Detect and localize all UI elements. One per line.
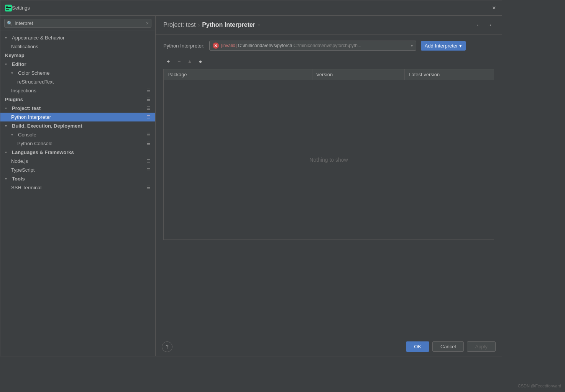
sidebar-item-editor[interactable]: ▾ Editor (0, 60, 155, 69)
nav-arrows: ← → (474, 20, 494, 30)
right-panel: Project: test › Python Interpreter ≡ ← →… (156, 16, 502, 356)
interpreter-row: Python Interpreter: [invalid] C:\minicon… (163, 41, 494, 51)
close-button[interactable]: × (491, 5, 497, 11)
settings-icon: ☰ (147, 97, 151, 102)
column-latest-version: Latest version (405, 69, 494, 80)
sidebar-item-typescript[interactable]: TypeScript ☰ (0, 166, 155, 174)
expand-icon: ▾ (5, 62, 10, 66)
sidebar-item-restructuredtext[interactable]: reStructuredText (0, 77, 155, 86)
sidebar-item-label: reStructuredText (17, 79, 54, 85)
sidebar-item-label: Inspections (11, 88, 36, 93)
sidebar-item-label: Tools (12, 176, 25, 182)
search-icon: 🔍 (7, 21, 13, 26)
sidebar-item-label: Appearance & Behavior (12, 35, 64, 41)
sidebar-item-label: Project: test (12, 105, 41, 111)
settings-icon: ☰ (147, 159, 151, 164)
remove-package-button[interactable]: − (174, 57, 184, 66)
sidebar-item-color-scheme[interactable]: ▾ Color Scheme (0, 69, 155, 77)
expand-icon: ▾ (5, 150, 10, 154)
sidebar-item-label: Editor (12, 61, 26, 67)
column-version: Version (312, 69, 404, 80)
sidebar-item-label: Python Interpreter (11, 114, 51, 120)
settings-dialog: Settings × 🔍 × ▾ Appearance & Behavi (0, 0, 502, 356)
add-interpreter-button[interactable]: Add Interpreter ▾ (421, 41, 466, 51)
sidebar-item-python-interpreter[interactable]: Python Interpreter ☰ (0, 113, 155, 121)
sidebar-item-inspections[interactable]: Inspections ☰ (0, 86, 155, 95)
title-bar: Settings × (0, 0, 502, 16)
search-input[interactable] (15, 20, 146, 26)
svg-rect-3 (6, 9, 9, 10)
bottom-left: ? (162, 341, 403, 352)
interpreter-dropdown[interactable]: [invalid] C:\miniconda\envs\pytorch C:\m… (209, 41, 416, 51)
forward-arrow-button[interactable]: → (485, 20, 494, 30)
sidebar-item-tools[interactable]: ▾ Tools (0, 174, 155, 183)
interpreter-text: [invalid] C:\miniconda\envs\pytorch C:\m… (221, 43, 409, 48)
sidebar-item-ssh-terminal[interactable]: SSH Terminal ☰ (0, 183, 155, 192)
sidebar-item-label: Console (18, 132, 36, 138)
main-content: 🔍 × ▾ Appearance & Behavior Not (0, 16, 502, 356)
sidebar-item-console[interactable]: ▾ Console ☰ (0, 130, 155, 139)
table-body: Nothing to show (164, 80, 494, 240)
panel-body: Python Interpreter: [invalid] C:\minicon… (156, 34, 502, 337)
search-wrapper: 🔍 × (4, 19, 151, 28)
expand-icon: ▾ (5, 124, 10, 128)
help-button[interactable]: ? (162, 341, 172, 352)
sidebar-item-label: TypeScript (11, 167, 34, 173)
package-table: Package Version Latest version Nothing t… (163, 69, 494, 240)
interpreter-invalid-label: [invalid] (221, 43, 237, 48)
expand-icon: ▾ (5, 36, 10, 40)
back-arrow-button[interactable]: ← (474, 20, 483, 30)
sidebar-item-plugins[interactable]: Plugins ☰ (0, 95, 155, 104)
interpreter-path-short: C:\miniconda\envs\pytorch (238, 43, 292, 48)
breadcrumb-current: Python Interpreter (202, 21, 255, 28)
settings-icon: ☰ (147, 115, 151, 120)
sidebar-item-label: Languages & Frameworks (12, 149, 74, 155)
search-bar: 🔍 × (0, 16, 155, 31)
settings-icon: ☰ (147, 106, 151, 111)
sidebar-item-languages[interactable]: ▾ Languages & Frameworks (0, 148, 155, 157)
settings-icon: ☰ (147, 88, 151, 93)
settings-icon: ☰ (147, 141, 151, 146)
sidebar-item-keymap[interactable]: Keymap (0, 51, 155, 60)
sidebar-item-label: Python Console (17, 141, 53, 146)
ok-button[interactable]: OK (406, 341, 429, 352)
panel-header: Project: test › Python Interpreter ≡ ← → (156, 16, 502, 34)
column-package: Package (164, 69, 312, 80)
interpreter-invalid-icon (213, 43, 219, 49)
breadcrumb-separator: › (198, 22, 200, 28)
window-title: Settings (12, 5, 491, 11)
sidebar-item-label: Node.js (11, 158, 28, 164)
pycharm-logo-icon (5, 5, 12, 11)
sidebar-item-label: Color Scheme (18, 70, 49, 76)
svg-rect-1 (6, 6, 8, 7)
sidebar-item-label: SSH Terminal (11, 185, 41, 190)
cancel-button[interactable]: Cancel (432, 341, 464, 352)
add-interpreter-label: Add Interpreter (425, 43, 458, 49)
expand-icon: ▾ (5, 106, 10, 110)
watermark: CSDN @Feeedforward (518, 384, 561, 388)
interpreter-path-full: C:\miniconda\envs\pytorch\pyth... (293, 43, 361, 48)
sidebar-item-label: Plugins (5, 97, 23, 102)
expand-icon: ▾ (5, 177, 10, 181)
up-package-button[interactable]: ▲ (185, 57, 195, 66)
add-package-button[interactable]: + (163, 57, 173, 66)
sidebar-item-notifications[interactable]: Notifications (0, 42, 155, 51)
sidebar-item-label: Keymap (5, 52, 25, 58)
apply-button[interactable]: Apply (467, 341, 496, 352)
panel-settings-icon[interactable]: ≡ (258, 22, 260, 28)
sidebar: 🔍 × ▾ Appearance & Behavior Not (0, 16, 156, 356)
sidebar-item-nodejs[interactable]: Node.js ☰ (0, 157, 155, 166)
settings-icon: ☰ (147, 132, 151, 137)
sidebar-item-python-console[interactable]: Python Console ☰ (0, 139, 155, 148)
settings-icon: ☰ (147, 167, 151, 172)
sidebar-item-appearance[interactable]: ▾ Appearance & Behavior (0, 33, 155, 42)
svg-rect-2 (6, 7, 11, 8)
interpreter-label: Python Interpreter: (163, 43, 205, 49)
search-clear-button[interactable]: × (146, 21, 149, 26)
breadcrumb: Project: test › Python Interpreter ≡ (163, 21, 260, 28)
bottom-bar: ? OK Cancel Apply (156, 337, 502, 356)
sidebar-item-build-exec[interactable]: ▾ Build, Execution, Deployment (0, 121, 155, 130)
sidebar-item-project-test[interactable]: ▾ Project: test ☰ (0, 104, 155, 113)
show-package-button[interactable]: ● (195, 57, 205, 66)
package-toolbar: + − ▲ ● (163, 57, 494, 66)
